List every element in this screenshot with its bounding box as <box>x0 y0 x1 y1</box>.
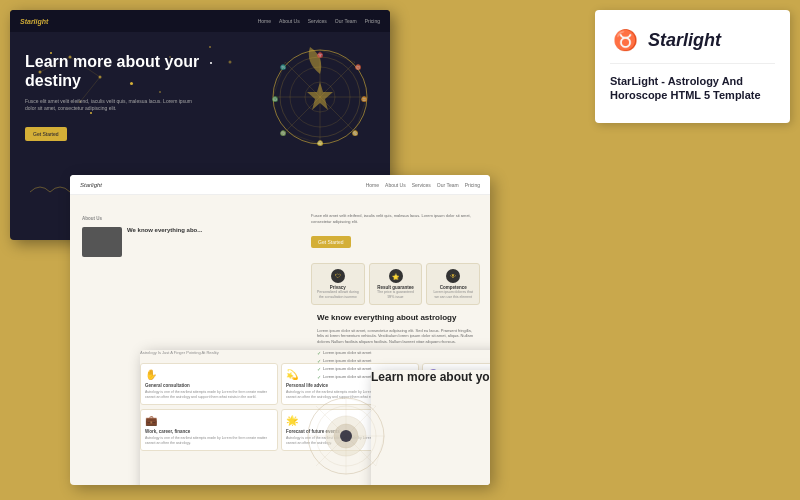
light-nav-services[interactable]: Services <box>412 182 431 188</box>
feature-guarantee-icon: ⭐ <box>389 269 403 283</box>
main-background: Starlight Home About Us Services Our Tea… <box>0 0 800 500</box>
card-text-4: Astrology is one of the earliest attempt… <box>145 436 273 445</box>
light-nav-home[interactable]: Home <box>366 182 379 188</box>
know-check-2: ✓ Lorem ipsum dolor sit amet <box>317 358 474 364</box>
svg-text:♍: ♍ <box>280 130 287 137</box>
card-consultation: ✋ General consultation Astrology is one … <box>140 363 278 405</box>
svg-line-50 <box>346 398 376 406</box>
info-logo-text: Starlight <box>648 30 721 51</box>
card-text-1: Astrology is one of the earliest attempt… <box>145 390 273 399</box>
right-hero: Learn more about your destiny Fusce elit… <box>311 205 480 253</box>
card-work: 💼 Work, career, finance Astrology is one… <box>140 409 278 451</box>
zodiac-wheel: ♈ ♉ ♊ ♋ ♌ ♍ ♎ ♏ <box>270 47 370 147</box>
info-panel: ♉ Starlight StarLight - Astrology And Ho… <box>595 10 790 123</box>
info-logo-row: ♉ Starlight <box>610 25 775 64</box>
card-title-1: General consultation <box>145 383 273 388</box>
svg-text:♎: ♎ <box>272 96 279 103</box>
features-row: 🛡 Privacy Personalized allowit during th… <box>311 263 480 305</box>
dark-nav-home[interactable]: Home <box>258 18 271 24</box>
check-label-3: Lorem ipsum dolor sit amet <box>323 366 371 371</box>
feature-competence-text: Lorem ipsum dolores that we can use this… <box>431 290 475 299</box>
card-icon-1: ✋ <box>145 369 273 380</box>
right-hero-button[interactable]: Get Started <box>311 236 351 248</box>
dark-nav-links: Home About Us Services Our Team Pricing <box>258 18 380 24</box>
light-nav-about[interactable]: About Us <box>385 182 406 188</box>
light-nav-team[interactable]: Our Team <box>437 182 459 188</box>
dark-hero-heading: Learn more about your destiny <box>25 52 204 90</box>
info-title: StarLight - Astrology And Horoscope HTML… <box>610 74 775 103</box>
dark-hero-sub: Fusce elit amet velit eleifend, iaculis … <box>25 98 204 112</box>
feature-competence: 👁 Competence Lorem ipsum dolores that we… <box>426 263 480 305</box>
feature-competence-icon: 👁 <box>446 269 460 283</box>
dark-nav-logo: Starlight <box>20 18 48 25</box>
light-nav-links: Home About Us Services Our Team Pricing <box>366 182 480 188</box>
know-text: Lorem ipsum dolor sit amet, consectetur … <box>317 328 474 345</box>
check-mark-3: ✓ <box>317 366 321 372</box>
feature-guarantee-text: The price is guaranteed 99% issue <box>374 290 418 299</box>
svg-line-20 <box>355 97 367 132</box>
check-label-1: Lorem ipsum dolor sit amet <box>323 350 371 355</box>
feature-guarantee: ⭐ Result guarantee The price is guarante… <box>369 263 423 305</box>
right-hero-sub: Fusce elit amet velit eleifend, iaculis … <box>311 213 480 224</box>
svg-line-19 <box>320 50 355 62</box>
dark-nav-team[interactable]: Our Team <box>335 18 357 24</box>
card-icon-4: 💼 <box>145 415 273 426</box>
check-mark-4: ✓ <box>317 374 321 380</box>
svg-point-52 <box>340 430 352 442</box>
svg-text:♌: ♌ <box>317 140 324 147</box>
check-label-2: Lorem ipsum dolor sit amet <box>323 358 371 363</box>
know-check-1: ✓ Lorem ipsum dolor sit amet <box>317 350 474 356</box>
svg-line-51 <box>376 436 384 466</box>
svg-point-8 <box>229 61 232 64</box>
light-right-col: Learn more about your destiny Fusce elit… <box>301 195 490 485</box>
zodiac-chart-light <box>306 396 386 480</box>
feature-privacy-icon: 🛡 <box>331 269 345 283</box>
svg-text:♈: ♈ <box>317 52 324 59</box>
svg-text:♋: ♋ <box>352 130 359 137</box>
taurus-icon: ♉ <box>610 25 640 55</box>
svg-text:♊: ♊ <box>361 96 368 103</box>
svg-text:♏: ♏ <box>280 64 287 71</box>
feature-privacy: 🛡 Privacy Personalized allowit during th… <box>311 263 365 305</box>
right-hero-heading: Learn more about your destiny <box>371 370 490 485</box>
svg-text:♉: ♉ <box>355 64 362 71</box>
check-label-4: Lorem ipsum dolor sit amet <box>323 374 371 379</box>
feature-privacy-text: Personalized allowit during the consulta… <box>316 290 360 299</box>
svg-line-21 <box>285 132 320 144</box>
dark-nav-pricing[interactable]: Pricing <box>365 18 380 24</box>
check-mark-2: ✓ <box>317 358 321 364</box>
card-title-4: Work, career, finance <box>145 429 273 434</box>
light-nav-pricing[interactable]: Pricing <box>465 182 480 188</box>
dark-hero-button[interactable]: Get Started <box>25 127 67 141</box>
dark-nav-services[interactable]: Services <box>308 18 327 24</box>
dark-hero-text: Learn more about your destiny Fusce elit… <box>10 32 219 240</box>
dark-nav-about[interactable]: About Us <box>279 18 300 24</box>
know-title: We know everything about astrology <box>317 313 474 323</box>
check-mark-1: ✓ <box>317 350 321 356</box>
dark-nav: Starlight Home About Us Services Our Tea… <box>10 10 390 32</box>
